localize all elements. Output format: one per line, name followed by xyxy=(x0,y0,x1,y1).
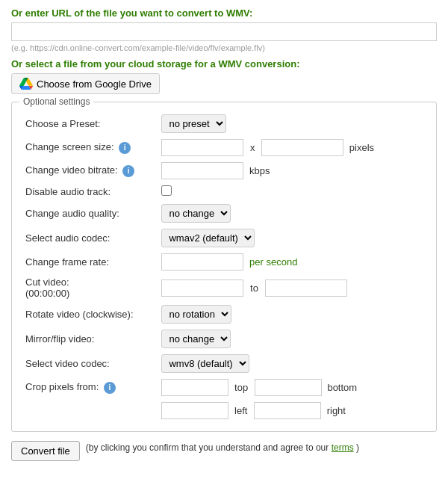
crop-bottom-label: bottom xyxy=(324,382,357,393)
bitrate-info-icon[interactable]: i xyxy=(122,165,134,177)
crop-left-right-cell: left right xyxy=(159,399,419,422)
terms-link[interactable]: terms xyxy=(332,442,354,453)
gdrive-button-label: Choose from Google Drive xyxy=(37,78,152,90)
frame-rate-input[interactable] xyxy=(161,253,243,271)
screen-size-row: Change screen size: i x pixels xyxy=(23,136,425,159)
settings-table: Choose a Preset: no preset Change screen… xyxy=(23,111,425,422)
mirror-label: Mirror/flip video: xyxy=(23,327,159,351)
audio-codec-row: Select audio codec: wmav2 (default) xyxy=(23,226,425,250)
rotate-row: Rotate video (clockwise): no rotation xyxy=(23,302,425,327)
bitrate-input-cell: kbps xyxy=(159,159,419,182)
preset-value-cell: no preset xyxy=(159,111,419,136)
cut-start-input[interactable] xyxy=(161,279,243,297)
optional-settings-panel: Optional settings Choose a Preset: no pr… xyxy=(11,102,437,432)
gdrive-icon xyxy=(19,77,33,90)
to-label: to xyxy=(246,282,262,294)
audio-quality-cell: no change xyxy=(159,201,419,226)
consent-text: (by clicking you confirm that you unders… xyxy=(86,441,359,454)
optional-settings-legend: Optional settings xyxy=(19,96,93,107)
bitrate-label: Change video bitrate: i xyxy=(23,159,159,182)
crop-top-row: Crop pixels from: i top bottom xyxy=(23,376,425,399)
frame-rate-row: Change frame rate: per second xyxy=(23,250,425,274)
disable-audio-row: Disable audio track: xyxy=(23,182,425,201)
per-second-label: per second xyxy=(246,256,297,268)
disable-audio-checkbox-cell xyxy=(159,182,419,201)
rotate-select[interactable]: no rotation xyxy=(161,305,231,324)
rotate-cell: no rotation xyxy=(159,302,419,327)
pixels-label: pixels xyxy=(346,142,374,153)
screen-width-input[interactable] xyxy=(161,139,243,156)
gdrive-button[interactable]: Choose from Google Drive xyxy=(11,73,160,94)
url-section-title: Or enter URL of the file you want to con… xyxy=(11,7,437,19)
mirror-row: Mirror/flip video: no change xyxy=(23,327,425,351)
frame-rate-cell: per second xyxy=(159,250,419,274)
cut-video-hint: (00:00:00) xyxy=(25,288,157,299)
video-codec-cell: wmv8 (default) xyxy=(159,351,419,376)
audio-codec-cell: wmav2 (default) xyxy=(159,226,419,250)
kbps-label: kbps xyxy=(246,165,270,176)
video-codec-select[interactable]: wmv8 (default) xyxy=(161,354,249,373)
cut-end-input[interactable] xyxy=(265,279,347,297)
bitrate-input[interactable] xyxy=(161,162,243,179)
crop-bottom-row: left right xyxy=(23,399,425,422)
cloud-section: Or select a file from your cloud storage… xyxy=(11,58,437,102)
preset-label: Choose a Preset: xyxy=(23,111,159,136)
audio-codec-select[interactable]: wmav2 (default) xyxy=(161,229,255,247)
x-separator: x xyxy=(246,142,259,153)
screen-size-label: Change screen size: i xyxy=(23,136,159,159)
crop-left-label: left xyxy=(231,405,247,416)
url-section: Or enter URL of the file you want to con… xyxy=(11,7,437,52)
crop-top-cell: top bottom xyxy=(159,376,419,399)
crop-right-label: right xyxy=(324,405,346,416)
screen-size-info-icon[interactable]: i xyxy=(119,142,131,154)
disable-audio-label: Disable audio track: xyxy=(23,182,159,201)
preset-row: Choose a Preset: no preset xyxy=(23,111,425,136)
audio-quality-select[interactable]: no change xyxy=(161,204,231,223)
audio-quality-label: Change audio quality: xyxy=(23,201,159,226)
audio-codec-label: Select audio codec: xyxy=(23,226,159,250)
crop-label: Crop pixels from: i xyxy=(23,376,159,399)
video-codec-label: Select video codec: xyxy=(23,351,159,376)
disable-audio-checkbox[interactable] xyxy=(161,185,172,196)
cut-video-cell: to xyxy=(159,274,419,302)
rotate-label: Rotate video (clockwise): xyxy=(23,302,159,327)
frame-rate-label: Change frame rate: xyxy=(23,250,159,274)
convert-footer: Convert file (by clicking you confirm th… xyxy=(11,441,437,461)
mirror-select[interactable]: no change xyxy=(161,330,231,348)
cut-video-label: Cut video: (00:00:00) xyxy=(23,274,159,302)
screen-size-inputs: x pixels xyxy=(159,136,419,159)
video-codec-row: Select video codec: wmv8 (default) xyxy=(23,351,425,376)
crop-bottom-input[interactable] xyxy=(255,379,322,396)
crop-left-input[interactable] xyxy=(161,402,228,419)
url-input[interactable] xyxy=(11,22,437,41)
crop-top-input[interactable] xyxy=(161,379,228,396)
cloud-section-title: Or select a file from your cloud storage… xyxy=(11,58,437,70)
bitrate-row: Change video bitrate: i kbps xyxy=(23,159,425,182)
crop-right-input[interactable] xyxy=(254,402,321,419)
crop-top-label: top xyxy=(231,382,248,393)
convert-button[interactable]: Convert file xyxy=(11,441,80,461)
preset-select[interactable]: no preset xyxy=(161,114,226,133)
url-hint: (e.g. https://cdn.online-convert.com/exa… xyxy=(11,43,437,52)
mirror-cell: no change xyxy=(159,327,419,351)
audio-quality-row: Change audio quality: no change xyxy=(23,201,425,226)
cut-video-row: Cut video: (00:00:00) to xyxy=(23,274,425,302)
crop-info-icon[interactable]: i xyxy=(104,382,116,394)
screen-height-input[interactable] xyxy=(261,139,343,156)
